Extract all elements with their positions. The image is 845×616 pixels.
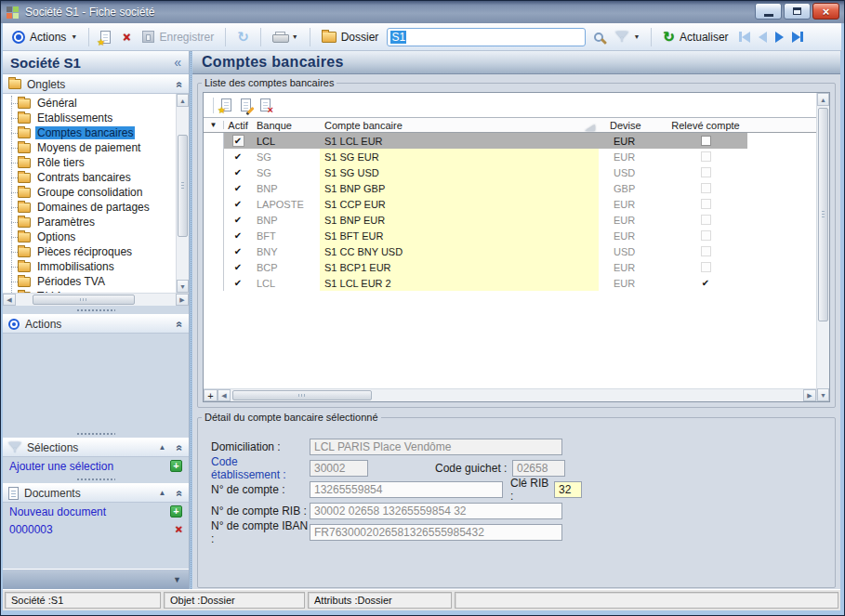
- tree-item[interactable]: Rôle tiers: [3, 155, 176, 170]
- print-button[interactable]: ▼: [269, 30, 302, 45]
- panel-header-onglets[interactable]: Onglets «: [3, 74, 189, 94]
- tree-item[interactable]: Etablissements: [3, 111, 176, 125]
- document-number-link[interactable]: 0000003: [9, 523, 53, 536]
- cle-rib-field[interactable]: [554, 481, 582, 498]
- table-row[interactable]: ✔BNPS1 BNP EUREUR: [204, 212, 816, 228]
- tree-item[interactable]: Contrats bancaires: [3, 170, 176, 185]
- scroll-up-icon[interactable]: ▲: [817, 93, 829, 106]
- compte-cell[interactable]: S1 LCL EUR 2: [320, 275, 599, 291]
- releve-cell[interactable]: [664, 164, 747, 180]
- devise-cell[interactable]: EUR: [599, 228, 664, 243]
- grid-new-button[interactable]: ★: [221, 98, 231, 111]
- tree-item[interactable]: Domaines de partages: [3, 200, 176, 215]
- chevron-up-icon[interactable]: «: [174, 321, 187, 327]
- save-button[interactable]: Enregistrer: [139, 29, 218, 46]
- releve-cell[interactable]: [664, 133, 747, 149]
- compte-cell[interactable]: S1 BFT EUR: [320, 228, 599, 243]
- tree-horizontal-scrollbar[interactable]: ◀ ▶: [3, 293, 189, 306]
- releve-cell[interactable]: [664, 243, 747, 259]
- compte-cell[interactable]: S1 CC BNY USD: [320, 243, 599, 259]
- add-row-button[interactable]: +: [204, 389, 218, 401]
- actif-cell[interactable]: ✔: [224, 180, 252, 196]
- code-etablissement-field[interactable]: [310, 460, 368, 477]
- compte-cell[interactable]: S1 CCP EUR: [320, 196, 599, 212]
- tree-item[interactable]: Moyens de paiement: [3, 140, 176, 155]
- devise-cell[interactable]: EUR: [599, 196, 664, 212]
- new-document-link[interactable]: Nouveau document: [9, 505, 106, 518]
- releve-cell[interactable]: [664, 149, 747, 164]
- sync-button[interactable]: ↻: [233, 28, 253, 46]
- tree-vertical-scrollbar[interactable]: ▲ ▼: [176, 94, 189, 293]
- actif-cell[interactable]: ✔: [224, 149, 252, 164]
- devise-cell[interactable]: EUR: [599, 275, 664, 291]
- table-row[interactable]: ✔LCLS1 LCL EUREUR: [204, 133, 816, 149]
- scroll-left-icon[interactable]: ◀: [3, 294, 16, 306]
- column-header-banque[interactable]: Banque: [252, 120, 320, 131]
- devise-cell[interactable]: EUR: [599, 259, 664, 275]
- add-selection-button[interactable]: +: [170, 460, 182, 472]
- releve-cell[interactable]: [664, 228, 747, 243]
- list-horizontal-scrollbar[interactable]: + ◀ ▶: [204, 388, 816, 401]
- banque-cell[interactable]: BNP: [252, 180, 320, 196]
- devise-cell[interactable]: USD: [599, 164, 664, 180]
- scroll-up-icon[interactable]: ▲: [177, 94, 189, 107]
- tree-item[interactable]: Options: [3, 229, 176, 244]
- close-button[interactable]: ×: [812, 3, 839, 20]
- releve-checkbox[interactable]: [701, 136, 711, 146]
- tree-item[interactable]: Groupe consolidation: [3, 185, 176, 200]
- last-record-button[interactable]: [792, 32, 803, 43]
- actif-checkbox[interactable]: ✔: [232, 135, 244, 147]
- chevron-up-icon[interactable]: «: [174, 444, 187, 451]
- numero-rib-field[interactable]: [310, 503, 562, 519]
- scrollbar-thumb[interactable]: [33, 295, 135, 305]
- compte-cell[interactable]: S1 SG EUR: [320, 149, 599, 164]
- releve-checkbox[interactable]: [701, 230, 711, 241]
- filter-button[interactable]: ▼: [612, 29, 643, 45]
- minimize-button[interactable]: [755, 3, 782, 20]
- previous-record-button[interactable]: [759, 32, 767, 43]
- devise-cell[interactable]: EUR: [599, 149, 664, 164]
- table-row[interactable]: ✔BNPS1 BNP GBPGBP: [204, 180, 816, 196]
- panel-header-actions[interactable]: Actions «: [3, 314, 189, 334]
- table-row[interactable]: ✔LAPOSTES1 CCP EUREUR: [204, 196, 816, 212]
- tree-item[interactable]: Périodes TVA: [3, 274, 176, 289]
- search-button[interactable]: [590, 31, 607, 44]
- column-header-devise[interactable]: Devise: [599, 120, 664, 131]
- column-header-compte[interactable]: Compte bancaire: [320, 120, 599, 131]
- table-row[interactable]: ✔BCPS1 BCP1 EUREUR: [204, 259, 816, 275]
- releve-checkbox[interactable]: [701, 262, 711, 272]
- banque-cell[interactable]: BNY: [252, 243, 320, 259]
- collapse-sidebar-icon[interactable]: «: [174, 55, 181, 70]
- tree-item[interactable]: T.V.A.: [3, 289, 176, 293]
- scroll-right-icon[interactable]: ▶: [803, 389, 816, 401]
- table-row[interactable]: ✔BNYS1 CC BNY USDUSD: [204, 243, 816, 259]
- table-row[interactable]: ✔BFTS1 BFT EUREUR: [204, 228, 816, 243]
- panel-splitter[interactable]: [3, 429, 189, 438]
- scroll-right-icon[interactable]: ▶: [176, 294, 189, 306]
- panel-header-selections[interactable]: Sélections ▲ «: [3, 438, 189, 457]
- table-row[interactable]: ✔SGS1 SG USDUSD: [204, 164, 816, 180]
- tree-item[interactable]: Paramètres: [3, 215, 176, 229]
- releve-checkbox[interactable]: [701, 199, 711, 209]
- releve-cell[interactable]: [664, 212, 747, 228]
- devise-cell[interactable]: GBP: [599, 180, 664, 196]
- next-record-button[interactable]: [775, 32, 784, 43]
- banque-cell[interactable]: SG: [252, 149, 320, 164]
- table-row[interactable]: ✔SGS1 SG EUREUR: [204, 149, 816, 164]
- banque-cell[interactable]: BCP: [252, 259, 320, 275]
- search-input[interactable]: S1: [387, 28, 586, 46]
- compte-cell[interactable]: S1 BNP GBP: [320, 180, 599, 196]
- scroll-left-icon[interactable]: ◀: [218, 389, 231, 401]
- first-record-button[interactable]: [739, 32, 750, 43]
- scrollbar-thumb[interactable]: [232, 390, 372, 400]
- numero-iban-field[interactable]: [310, 524, 562, 541]
- banque-cell[interactable]: LCL: [252, 275, 320, 291]
- chevron-up-icon[interactable]: «: [174, 81, 187, 87]
- banque-cell[interactable]: BFT: [252, 228, 320, 243]
- actions-menu-button[interactable]: Actions ▼: [8, 29, 81, 46]
- delete-record-button[interactable]: ×: [119, 29, 134, 46]
- tree-item[interactable]: Pièces réciproques: [3, 244, 176, 259]
- releve-checkbox[interactable]: [701, 246, 711, 256]
- compte-cell[interactable]: S1 SG USD: [320, 164, 599, 180]
- releve-cell[interactable]: ✔: [664, 275, 747, 291]
